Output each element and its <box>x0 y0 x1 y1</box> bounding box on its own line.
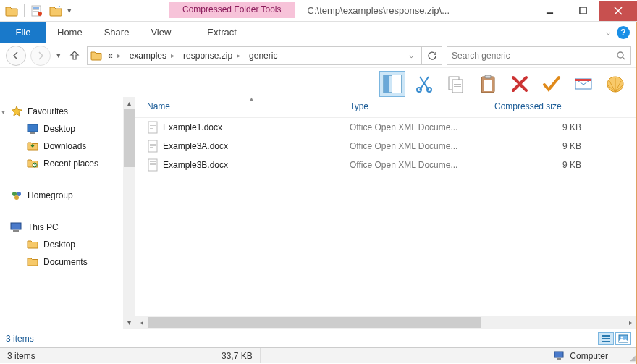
sidebar-label: Favourites <box>28 106 68 117</box>
maximize-button[interactable] <box>566 1 599 21</box>
sidebar-item-desktop[interactable]: Desktop <box>10 120 132 137</box>
help-icon[interactable]: ? <box>617 26 630 39</box>
file-name: Example3A.docx <box>163 141 350 151</box>
sidebar-homegroup[interactable]: Homegroup <box>10 187 132 204</box>
table-row[interactable]: Example3A.docx Office Open XML Docume...… <box>135 137 637 156</box>
close-button[interactable] <box>599 1 637 21</box>
cut-icon[interactable] <box>411 71 437 97</box>
refresh-button[interactable] <box>422 46 442 65</box>
shell-toolbar <box>0 68 637 97</box>
back-button[interactable] <box>6 46 26 66</box>
shell-icon[interactable] <box>602 71 628 97</box>
minimize-button[interactable] <box>533 1 566 21</box>
breadcrumb-examples[interactable]: examples▸ <box>125 51 179 61</box>
ribbon-expand-icon[interactable]: ⌵ <box>606 27 611 37</box>
table-row[interactable]: Example1.docx Office Open XML Docume... … <box>135 118 637 137</box>
horizontal-scrollbar[interactable]: ◂ ▸ <box>135 316 637 329</box>
copy-icon[interactable] <box>443 71 469 97</box>
scroll-down-icon[interactable]: ▾ <box>123 316 135 329</box>
svg-rect-23 <box>28 124 38 132</box>
paste-icon[interactable] <box>475 71 501 97</box>
nav-row: ▾ «▸ examples▸ response.zip▸ generic ⌵ <box>0 43 637 68</box>
sidebar-item-downloads[interactable]: Downloads <box>10 137 132 155</box>
svg-rect-20 <box>485 75 491 78</box>
column-type[interactable]: Type <box>350 101 494 111</box>
address-dropdown-icon[interactable]: ⌵ <box>405 51 418 60</box>
new-folder-icon[interactable] <box>47 3 64 19</box>
svg-point-53 <box>621 336 623 338</box>
svg-rect-29 <box>11 223 21 229</box>
tab-view[interactable]: View <box>140 22 182 43</box>
column-name[interactable]: ▲Name <box>147 101 350 111</box>
svg-rect-55 <box>557 358 561 360</box>
sidebar-item-recent[interactable]: Recent places <box>10 155 132 172</box>
search-box[interactable] <box>447 46 631 65</box>
svg-rect-30 <box>13 230 19 232</box>
svg-rect-22 <box>575 79 591 81</box>
svg-rect-32 <box>150 124 156 124</box>
svg-rect-5 <box>546 12 552 14</box>
svg-point-27 <box>17 192 21 196</box>
svg-rect-6 <box>579 7 586 14</box>
status-item-count: 3 items <box>0 348 43 363</box>
sidebar-thispc[interactable]: This PC <box>10 219 132 236</box>
sort-ascending-icon: ▲ <box>248 96 255 103</box>
folder-icon[interactable] <box>3 3 20 19</box>
sidebar-item-pc-documents[interactable]: Documents <box>10 253 132 271</box>
main-area: ▾ Favourites Desktop Downloads Recent pl… <box>0 97 637 329</box>
nav-history-dropdown[interactable]: ▾ <box>55 51 62 60</box>
star-icon <box>10 105 23 118</box>
layout-icon[interactable] <box>379 71 405 97</box>
svg-rect-16 <box>454 84 461 85</box>
delete-icon[interactable] <box>507 71 533 97</box>
breadcrumb-overflow[interactable]: «▸ <box>104 51 125 61</box>
check-icon[interactable] <box>539 71 565 97</box>
svg-rect-33 <box>150 125 156 126</box>
svg-rect-38 <box>150 144 156 145</box>
column-headers: ▲Name Type Compressed size <box>135 97 637 118</box>
chevron-down-icon[interactable]: ▾ <box>1 108 5 116</box>
status-bar-lower: 3 items 33,7 KB Computer ◢ <box>0 347 637 363</box>
title-bar: ▾ Compressed Folder Tools C:\temp\exampl… <box>0 0 637 22</box>
thumbnails-view-icon[interactable] <box>615 332 631 345</box>
folder-icon <box>26 238 39 251</box>
breadcrumb-response[interactable]: response.zip▸ <box>179 51 245 61</box>
search-input[interactable] <box>452 51 616 61</box>
file-tab[interactable]: File <box>0 22 46 43</box>
details-view-icon[interactable] <box>598 332 614 345</box>
svg-rect-24 <box>30 132 35 134</box>
mail-icon[interactable] <box>570 71 596 97</box>
context-tab-header: Compressed Folder Tools <box>169 2 295 18</box>
svg-rect-1 <box>33 7 39 9</box>
resize-grip-icon[interactable]: ◢ <box>630 354 636 362</box>
tab-share[interactable]: Share <box>93 22 140 43</box>
scroll-thumb[interactable] <box>124 109 135 167</box>
qat-dropdown-icon[interactable]: ▾ <box>66 6 73 15</box>
tab-home[interactable]: Home <box>46 22 93 43</box>
file-list-pane: ▲Name Type Compressed size Example1.docx… <box>135 97 637 329</box>
homegroup-icon <box>10 189 23 202</box>
file-type: Office Open XML Docume... <box>350 122 494 132</box>
svg-rect-10 <box>392 75 401 93</box>
table-row[interactable]: Example3B.docx Office Open XML Docume...… <box>135 156 637 174</box>
tab-extract[interactable]: Extract <box>182 22 261 43</box>
search-icon[interactable] <box>616 51 626 61</box>
sidebar-favourites[interactable]: ▾ Favourites <box>10 103 132 120</box>
scroll-left-icon[interactable]: ◂ <box>135 316 148 329</box>
breadcrumb-generic[interactable]: generic <box>245 51 282 61</box>
up-button[interactable] <box>67 48 83 64</box>
sidebar-item-pc-desktop[interactable]: Desktop <box>10 236 132 253</box>
scroll-up-icon[interactable]: ▴ <box>123 97 135 109</box>
column-compressed-size[interactable]: Compressed size <box>494 101 603 111</box>
item-count-link[interactable]: 3 items <box>6 334 34 344</box>
properties-icon[interactable] <box>28 3 46 19</box>
svg-rect-17 <box>454 86 461 87</box>
computer-icon <box>10 221 23 234</box>
forward-button[interactable] <box>30 46 51 66</box>
sidebar-scrollbar[interactable]: ▴ ▾ <box>123 97 135 329</box>
status-location: Computer <box>554 351 608 361</box>
address-bar[interactable]: «▸ examples▸ response.zip▸ generic ⌵ <box>87 46 422 65</box>
scroll-thumb[interactable] <box>148 317 481 328</box>
file-name: Example1.docx <box>163 122 350 132</box>
desktop-icon <box>26 122 39 135</box>
